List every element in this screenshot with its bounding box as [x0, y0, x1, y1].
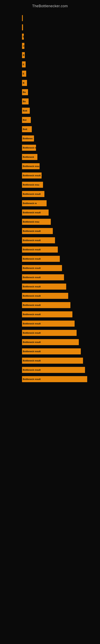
bar-fill: Bottleneck: [22, 154, 37, 160]
bar-fill: Bo: [22, 98, 29, 104]
bar-fill: Bottleneck result: [22, 210, 49, 216]
bar-fill: Bottleneck result: [22, 274, 64, 280]
bar-fill: Bottleneck result: [22, 256, 60, 262]
bar-fill: Bott: [22, 108, 30, 114]
bar-row: Bottleneck re: [4, 200, 96, 207]
bar-track: Bottleneck result: [22, 366, 96, 373]
bar-text: B: [23, 54, 24, 56]
bar-fill: E: [22, 62, 26, 68]
bar-track: Bottleneck result: [22, 256, 96, 262]
bar-track: Bottleneck: [22, 154, 96, 160]
bar-text: Bott: [23, 110, 27, 112]
bar-track: Bott: [22, 107, 96, 114]
bar-row: Bottleneck result: [4, 310, 96, 318]
bar-track: E: [22, 61, 96, 68]
bar-row: Bottleneck result: [4, 357, 96, 364]
bar-text: Bottleneck result: [23, 350, 41, 352]
bar-fill: [22, 15, 23, 21]
bar-row: Bo: [4, 98, 96, 105]
bar-row: E: [4, 60, 96, 68]
bar-fill: Bottleneck result: [22, 339, 79, 345]
bar-track: [22, 24, 96, 31]
bar-track: Bottlenec: [22, 135, 96, 142]
bar-track: Bottleneck result: [22, 330, 96, 336]
bar-text: Bottleneck result: [23, 295, 41, 297]
bar-fill: Bot: [22, 117, 31, 123]
bar-text: E: [23, 72, 24, 75]
page-container: TheBottlenecker.com EmBEEBBoBoBottBotBot…: [0, 0, 100, 644]
bar-fill: Bottleneck result: [22, 265, 62, 271]
bar-fill: Bottleneck resu: [22, 219, 51, 225]
bar-text: Bottleneck result: [23, 313, 41, 316]
bar-track: B: [22, 80, 96, 86]
bar-row: Bottleneck result: [4, 274, 96, 281]
bar-text: Bottleneck result: [23, 174, 41, 177]
bar-row: Bottleneck result: [4, 227, 96, 235]
bars-container: EmBEEBBoBoBottBotBottBottlenecBottleneck…: [0, 12, 100, 386]
bar-fill: Bo: [22, 89, 28, 95]
bar-track: Bottleneck result: [22, 283, 96, 290]
bar-fill: Bottleneck resu: [22, 163, 40, 169]
bar-text: Bottleneck result: [23, 285, 41, 288]
bar-row: Bottleneck result: [4, 338, 96, 346]
bar-fill: Bottleneck result: [22, 228, 53, 234]
bar-fill: m: [22, 43, 24, 49]
bar-fill: Bottleneck result: [22, 237, 55, 243]
bar-text: Bottleneck result: [23, 248, 41, 251]
bar-text: Bottleneck result: [23, 193, 41, 195]
bar-text: Bottleneck re: [23, 146, 36, 149]
bar-row: Bo: [4, 88, 96, 96]
bar-fill: Bottleneck result: [22, 358, 83, 364]
bar-row: Bottleneck result: [4, 172, 96, 179]
bar-fill: Bottleneck result: [22, 284, 66, 290]
bar-text: Bottleneck resu: [23, 165, 39, 168]
bar-track: Bottleneck result: [22, 339, 96, 346]
bar-track: Bottleneck result: [22, 376, 96, 382]
bar-row: Bott: [4, 107, 96, 114]
bar-track: Bottleneck re: [22, 200, 96, 207]
bar-text: Bot: [23, 119, 26, 121]
bar-row: Bottleneck result: [4, 246, 96, 253]
bar-row: Bottleneck result: [4, 255, 96, 263]
bar-row: E: [4, 33, 96, 40]
bar-fill: Bottleneck re: [22, 200, 47, 206]
bar-text: Bottleneck result: [23, 304, 41, 306]
bar-row: Bottleneck result: [4, 366, 96, 374]
bar-fill: Bottleneck result: [22, 293, 68, 299]
bar-fill: Bottleneck result: [22, 367, 85, 373]
bar-track: Bottleneck result: [22, 348, 96, 355]
bar-text: Bottleneck result: [23, 332, 41, 334]
bar-row: Bot: [4, 116, 96, 124]
bar-row: E: [4, 70, 96, 78]
bar-row: Bottleneck re: [4, 144, 96, 152]
bar-row: Bottleneck result: [4, 264, 96, 272]
bar-row: Bottleneck resu: [4, 162, 96, 170]
bar-track: B: [22, 52, 96, 58]
bar-fill: E: [22, 71, 26, 77]
bar-fill: Bottleneck result: [22, 320, 75, 327]
bar-text: Bottleneck result: [23, 230, 41, 232]
bar-text: Bott: [23, 128, 27, 130]
bar-track: Bottleneck result: [22, 302, 96, 308]
bar-row: Bottleneck result: [4, 283, 96, 290]
bar-track: Bot: [22, 116, 96, 123]
bar-fill: Bottleneck result: [22, 172, 42, 178]
bar-track: Bottleneck resu: [22, 181, 96, 188]
bar-track: Bottleneck re: [22, 144, 96, 151]
bar-track: m: [22, 42, 96, 49]
bar-row: Bottleneck result: [4, 301, 96, 309]
bar-text: m: [23, 45, 24, 47]
bar-row: Bottleneck result: [4, 375, 96, 383]
bar-row: Bott: [4, 126, 96, 133]
bar-row: Bottleneck: [4, 153, 96, 161]
bar-track: Bottleneck result: [22, 172, 96, 179]
bar-fill: Bottleneck result: [22, 302, 70, 308]
bar-text: Bottleneck result: [23, 322, 41, 325]
bar-row: m: [4, 42, 96, 50]
bar-row: B: [4, 51, 96, 59]
bar-track: E: [22, 70, 96, 77]
bar-fill: Bottleneck result: [22, 311, 72, 317]
bar-text: Bottleneck result: [23, 239, 41, 242]
bar-fill: B: [22, 80, 27, 86]
bar-row: [4, 14, 96, 22]
